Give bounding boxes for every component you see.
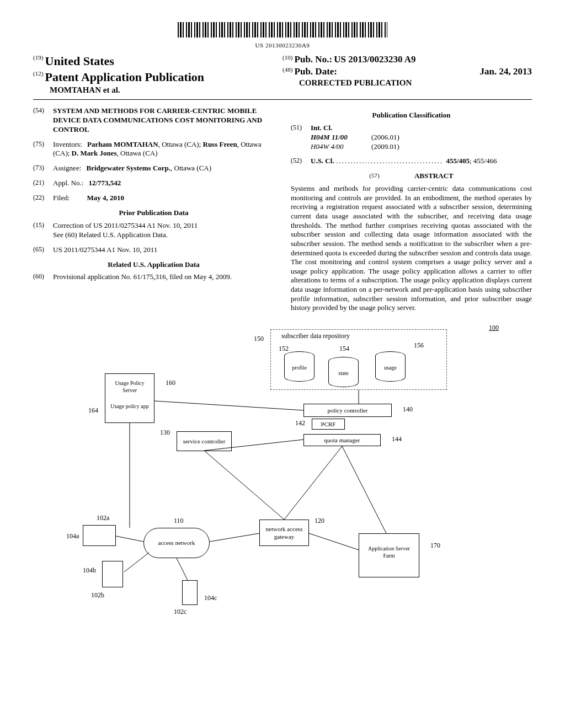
fig-ref-160: 160 (166, 379, 175, 388)
fig-ref-164: 164 (88, 406, 98, 415)
fig-ref-104b: 104b (83, 566, 96, 575)
code-52: (52) (291, 157, 311, 166)
appl-no-label: Appl. No.: (53, 179, 83, 187)
barcode-block: US 20130023230A9 (33, 22, 532, 49)
pub-date-label: Pub. Date: (295, 66, 337, 77)
quota-manager-box: quota manager (303, 434, 381, 446)
fig-ref-152: 152 (279, 345, 289, 354)
network-access-gateway-box: network access gateway (259, 520, 309, 546)
code-60: (60) (33, 272, 53, 282)
app-server-farm-icon: Application Server Farm (359, 533, 419, 577)
right-column: Publication Classification (51) Int. Cl.… (291, 106, 532, 313)
fig-ref-142: 142 (295, 419, 305, 428)
svg-line-10 (124, 553, 149, 572)
publication-type: Patent Application Publication (45, 70, 204, 84)
assignee-label: Assignee: (53, 164, 81, 172)
correction-line-1: Correction of US 2011/0275344 A1 Nov. 10… (53, 221, 274, 231)
int-cl-1-year: (2006.01) (371, 133, 399, 142)
us-cl-label: U.S. Cl. (311, 157, 334, 165)
filed-label: Filed: (53, 194, 70, 202)
invention-title: SYSTEM AND METHODS FOR CARRIER-CENTRIC M… (53, 106, 274, 135)
int-cl-2-year: (2009.01) (371, 142, 399, 152)
fig-ref-170: 170 (430, 542, 440, 550)
publication-date: Jan. 24, 2013 (480, 66, 532, 78)
phone-icon (182, 580, 198, 605)
fig-ref-100: 100 (489, 324, 499, 333)
fig-ref-102a: 102a (97, 514, 109, 523)
code-57: (57) (369, 172, 379, 179)
document-header: (19) United States (12) Patent Applicati… (33, 53, 532, 100)
code-51: (51) (291, 124, 311, 152)
fig-ref-130: 130 (160, 429, 170, 437)
code-73: (73) (33, 164, 53, 173)
inventors-label: Inventors: (53, 140, 82, 148)
fig-ref-110: 110 (174, 517, 184, 526)
code-22: (22) (33, 194, 53, 203)
inventor-header-line: MOMTAHAN et al. (50, 85, 120, 94)
state-db-icon: state (328, 357, 359, 387)
abstract-text: Systems and methods for providing carrie… (291, 184, 532, 313)
pub-classification-header: Publication Classification (291, 111, 532, 120)
provisional-app: Provisional application No. 61/175,316, … (53, 272, 274, 282)
usage-policy-server-icon: Usage Policy Server Usage policy app (105, 373, 154, 423)
fig-ref-144: 144 (392, 435, 402, 444)
barcode-graphic (178, 22, 387, 38)
int-cl-2: H04W 4/00 (311, 142, 371, 152)
tablet-icon (102, 561, 123, 587)
fig-ref-104c: 104c (204, 594, 217, 603)
correction-line-2: See (60) Related U.S. Application Data. (53, 231, 274, 240)
code-65: (65) (33, 245, 53, 255)
abstract-header: ABSTRACT (414, 172, 454, 180)
code-12: (12) (33, 70, 43, 77)
fig-ref-140: 140 (403, 405, 413, 414)
svg-line-9 (116, 536, 143, 542)
code-15: (15) (33, 221, 53, 240)
prior-pub-entry: US 2011/0275344 A1 Nov. 10, 2011 (53, 245, 274, 255)
barcode-number: US 20130023230A9 (33, 41, 532, 49)
prior-pub-header: Prior Publication Data (33, 208, 274, 218)
access-network-cloud: access network (143, 528, 210, 558)
int-cl-label: Int. Cl. (311, 124, 332, 132)
service-controller-box: service controller (177, 431, 232, 451)
code-54: (54) (33, 106, 53, 135)
profile-db-icon: profile (284, 351, 315, 382)
patent-figure: 100 subscriber data repository 150 profi… (33, 324, 532, 622)
fig-ref-154: 154 (339, 345, 349, 354)
country-name: United States (45, 54, 114, 68)
fig-ref-104a: 104a (66, 532, 79, 541)
svg-line-11 (177, 558, 188, 580)
laptop-icon (83, 525, 116, 546)
left-column: (54) SYSTEM AND METHODS FOR CARRIER-CENT… (33, 106, 274, 313)
svg-line-1 (154, 401, 303, 410)
svg-line-7 (210, 533, 259, 542)
fig-ref-120: 120 (315, 517, 324, 526)
corrected-publication: CORRECTED PUBLICATION (299, 78, 412, 87)
fig-ref-102b: 102b (91, 591, 104, 600)
application-number: 12/773,542 (89, 179, 121, 187)
related-app-header: Related U.S. Application Data (33, 260, 274, 270)
subscriber-repo-label: subscriber data repository (281, 332, 350, 341)
code-21: (21) (33, 179, 53, 188)
fig-ref-150: 150 (254, 335, 264, 344)
usage-db-icon: usage (375, 351, 406, 382)
code-19: (19) (33, 54, 43, 61)
filed-date: May 4, 2010 (87, 194, 125, 202)
fig-ref-102c: 102c (174, 608, 186, 617)
pcrf-box: PCRF (312, 419, 345, 430)
svg-line-4 (204, 451, 284, 520)
int-cl-1: H04M 11/00 (311, 133, 371, 142)
policy-controller-box: policy controller (303, 404, 392, 417)
svg-line-8 (309, 533, 359, 550)
svg-line-5 (284, 446, 342, 520)
code-75: (75) (33, 140, 53, 159)
fig-ref-156: 156 (414, 341, 424, 350)
svg-line-6 (342, 446, 386, 533)
code-48: (48) (282, 66, 292, 73)
code-10: (10) (282, 54, 292, 61)
publication-number: US 2013/0023230 A9 (334, 54, 415, 65)
pub-no-label: Pub. No.: (295, 54, 332, 65)
